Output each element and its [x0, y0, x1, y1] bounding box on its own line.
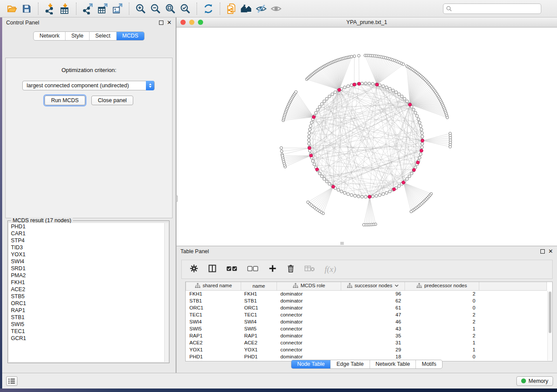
list-icon	[8, 378, 15, 384]
table-tab-node-table[interactable]: Node Table	[291, 360, 330, 368]
network-canvas[interactable]	[176, 28, 557, 246]
vertical-splitter-handle[interactable]	[176, 196, 178, 202]
mcds-result-item[interactable]: TID3	[9, 244, 168, 251]
hide-panel-eye-slash-icon[interactable]	[254, 2, 269, 16]
mcds-result-item[interactable]: GCR1	[9, 335, 168, 342]
float-table-panel-icon[interactable]	[540, 249, 545, 254]
table-row[interactable]: ACE2ACE2connector311	[186, 339, 547, 346]
mcds-result-item[interactable]: ORC1	[9, 300, 168, 307]
table-row[interactable]: YOX1YOX1connector291	[186, 346, 547, 353]
zoom-out-icon[interactable]	[148, 2, 163, 16]
zoom-selected-icon[interactable]	[178, 2, 193, 16]
tab-select[interactable]: Select	[89, 32, 116, 40]
status-bar: Memory	[2, 373, 557, 389]
delete-column-trash-icon[interactable]	[287, 264, 295, 275]
mcds-result-item[interactable]: SRD1	[9, 265, 168, 272]
import-table-icon[interactable]	[57, 2, 72, 16]
mcds-result-item[interactable]: TEC1	[9, 328, 168, 335]
table-tab-motifs[interactable]: Motifs	[415, 360, 442, 368]
column-header[interactable]: MCDS role	[277, 282, 341, 290]
table-scrollbar-thumb[interactable]	[549, 292, 551, 333]
home-icon[interactable]	[239, 2, 254, 16]
mcds-result-item[interactable]: ACE2	[9, 286, 168, 293]
mcds-result-item[interactable]: SWI5	[9, 321, 168, 328]
control-panel-title: Control Panel	[6, 20, 39, 26]
open-file-icon[interactable]	[4, 2, 19, 16]
mcds-result-item[interactable]: RAP1	[9, 307, 168, 314]
table-scrollbar[interactable]	[547, 291, 552, 361]
column-header[interactable]: successor nodes	[341, 282, 405, 290]
share-document-icon[interactable]	[224, 2, 239, 16]
mcds-result-item[interactable]: STP4	[9, 237, 168, 244]
network-graph[interactable]	[176, 28, 557, 246]
table-tab-edge-table[interactable]: Edge Table	[330, 360, 369, 368]
control-panel-header: Control Panel ✕	[2, 17, 176, 28]
zoom-in-icon[interactable]	[133, 2, 148, 16]
optimization-criterion-label: Optimization criterion:	[6, 67, 172, 73]
mcds-result-title: MCDS result (17 nodes)	[11, 217, 73, 224]
mcds-result-list[interactable]: PHD1CAR1STP4TID3YOX1SWI4SRD1PMA2FKH1ACE2…	[9, 223, 168, 362]
select-all-checks-icon[interactable]	[226, 265, 238, 274]
criterion-select[interactable]: largest connected component (undirected)	[22, 81, 155, 90]
close-panel-button[interactable]: Close panel	[91, 96, 133, 105]
deselect-all-checks-icon[interactable]	[247, 265, 259, 274]
run-mcds-button[interactable]: Run MCDS	[45, 96, 85, 105]
search-input[interactable]	[452, 6, 538, 12]
table-tab-network-table[interactable]: Network Table	[370, 360, 416, 368]
mcds-result-item[interactable]: PMA2	[9, 272, 168, 279]
zoom-fit-icon[interactable]	[163, 2, 178, 16]
table-row[interactable]: FKH1FKH1dominator962	[186, 290, 547, 297]
delete-table-icon[interactable]	[304, 265, 315, 274]
import-network-icon[interactable]	[42, 2, 57, 16]
table-row[interactable]: SWI4SWI4dominator462	[186, 318, 547, 325]
float-panel-icon[interactable]	[159, 21, 163, 25]
select-stepper-icon	[146, 81, 154, 90]
shared-column-icon	[347, 283, 353, 288]
close-panel-icon[interactable]: ✕	[167, 21, 172, 25]
export-network-icon[interactable]	[80, 2, 95, 16]
table-row[interactable]: RAP1RAP1dominator352	[186, 332, 547, 339]
tab-mcds[interactable]: MCDS	[116, 32, 144, 40]
mcds-result-item[interactable]: SWI4	[9, 258, 168, 265]
application-window: Control Panel ✕ NetworkStyleSelectMCDS O…	[0, 0, 557, 389]
column-header[interactable]: shared name	[186, 282, 241, 290]
toolbar-separator	[38, 3, 38, 15]
table-row[interactable]: STB1STB1dominator620	[186, 297, 547, 304]
close-table-panel-icon[interactable]: ✕	[548, 249, 553, 254]
node-table[interactable]: shared namenameMCDS rolesuccessor nodesp…	[186, 282, 547, 360]
add-column-icon[interactable]	[268, 264, 277, 275]
export-image-icon[interactable]	[110, 2, 125, 16]
column-header[interactable]: predecessor nodes	[405, 282, 479, 290]
splitter-handle[interactable]	[340, 242, 344, 245]
mcds-result-item[interactable]: STB5	[9, 293, 168, 300]
show-panel-eye-icon[interactable]	[269, 2, 284, 16]
mcds-list-scrollbar[interactable]	[164, 223, 168, 362]
toolbar-separator	[129, 3, 129, 15]
export-table-icon[interactable]	[95, 2, 110, 16]
task-history-button[interactable]	[6, 376, 17, 386]
column-header[interactable]: name	[241, 282, 277, 290]
mcds-result-item[interactable]: CAR1	[9, 230, 168, 237]
tab-style[interactable]: Style	[65, 32, 89, 40]
main-toolbar	[0, 0, 557, 17]
control-panel-tab-bar: NetworkStyleSelectMCDS	[33, 31, 144, 41]
network-view-titlebar[interactable]: YPA_prune.txt_1	[176, 17, 557, 28]
memory-button[interactable]: Memory	[516, 376, 553, 386]
table-row[interactable]: ORC1ORC1dominator610	[186, 304, 547, 311]
table-options-gear-icon[interactable]	[190, 264, 198, 275]
refresh-layout-icon[interactable]	[201, 2, 216, 16]
search-box[interactable]	[443, 3, 541, 14]
mcds-result-item[interactable]: PHD1	[9, 223, 168, 230]
column-selector-icon[interactable]	[208, 264, 217, 275]
table-row[interactable]: PHD1PHD1dominator180	[186, 353, 547, 360]
mcds-result-item[interactable]: YOX1	[9, 251, 168, 258]
toolbar-separator	[76, 3, 76, 15]
shared-column-icon	[195, 283, 201, 288]
table-row[interactable]: TEC1TEC1connector472	[186, 311, 547, 318]
tab-network[interactable]: Network	[34, 32, 65, 40]
save-session-icon[interactable]	[19, 2, 34, 16]
mcds-result-item[interactable]: STB1	[9, 314, 168, 321]
table-row[interactable]: SWI5SWI5connector431	[186, 325, 547, 332]
function-builder-icon[interactable]: f(x)	[325, 265, 336, 274]
mcds-result-item[interactable]: FKH1	[9, 279, 168, 286]
